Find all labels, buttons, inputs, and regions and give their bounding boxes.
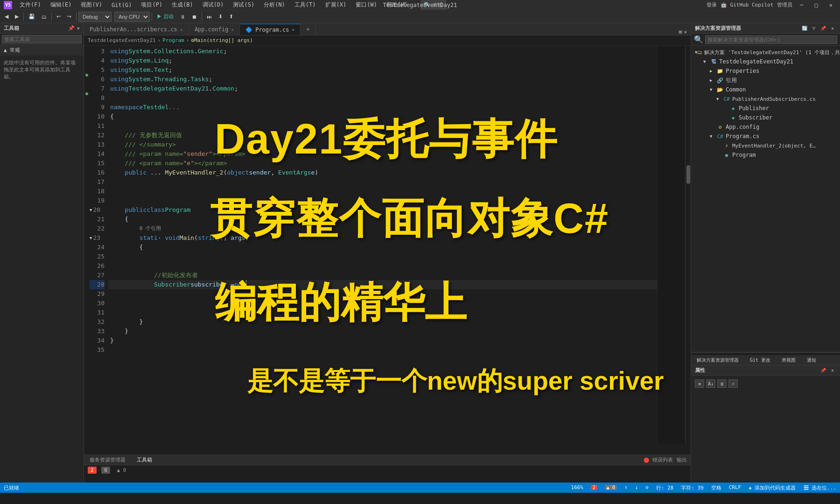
programcs-label: Program.cs (726, 133, 759, 140)
git-changes-tab[interactable]: Git 更改 (748, 357, 772, 364)
split-editor[interactable]: ⊞ (679, 29, 682, 35)
tab-toolbox-bottom[interactable]: 工具箱 (135, 456, 154, 463)
close-tab-appconfig[interactable]: ✕ (231, 27, 234, 32)
tab-appconfig[interactable]: App.config ✕ (189, 24, 240, 35)
menu-view[interactable]: 视图(V) (77, 0, 106, 10)
menu-window[interactable]: 窗口(W) (352, 0, 381, 10)
prop-properties[interactable]: ≣ (717, 379, 727, 388)
scroll-thumb[interactable] (686, 165, 690, 184)
tree-publisher-cs[interactable]: ▼ C# PublisherAndSubscribercs.cs (691, 94, 840, 104)
filter-icon[interactable]: ▽ (810, 25, 818, 32)
tree-appconfig[interactable]: ⚙ App.config (691, 122, 840, 132)
bottom-tabs: 服务资源管理器 工具箱 ⬤ 错误列表 输出 (84, 455, 691, 465)
tree-properties[interactable]: ▶ 📁 Properties (691, 66, 840, 76)
tree-programcs[interactable]: ▼ C# Program.cs (691, 132, 840, 141)
code-line-20: public class Program (108, 205, 657, 215)
tab-publisher[interactable]: PublisherAn...scribercs.cs ✕ (84, 24, 189, 35)
spaces-info[interactable]: 空格 (711, 484, 721, 491)
bottom-ready: ▲ 0 (117, 467, 126, 473)
menu-tools[interactable]: 工具(T) (291, 0, 320, 10)
stop-button[interactable]: ⏹ (189, 12, 200, 22)
breadcrumb-class[interactable]: Program (162, 37, 184, 43)
close-btn[interactable]: ✕ (826, 2, 836, 8)
close-solution-panel[interactable]: ✕ (829, 25, 836, 32)
error-list-tab[interactable]: ⬤ 错误列表 (644, 456, 673, 463)
tab-new[interactable]: + (301, 24, 315, 35)
tree-common[interactable]: ▼ 📂 Common (691, 85, 840, 94)
tree-publisher[interactable]: ◈ Publisher (691, 104, 840, 113)
code-line-6: using System.Threading.Tasks; (108, 75, 657, 84)
step-over[interactable]: ⏭ (204, 12, 215, 22)
debug-mode-dropdown[interactable]: Debug Release (78, 12, 112, 22)
cpu-dropdown[interactable]: Any CPU x64 x86 (114, 12, 150, 22)
menu-extensions[interactable]: 扩展(X) (322, 0, 350, 10)
menu-build[interactable]: 生成(B) (168, 0, 197, 10)
menu-file[interactable]: 文件(F) (16, 0, 45, 10)
sync-icon[interactable]: 🔄 (801, 25, 808, 32)
solution-search-input[interactable] (705, 35, 837, 44)
github-copilot[interactable]: 🤖 GitHub Copilot (721, 2, 773, 8)
tab-program[interactable]: 🔷 Program.cs ✕ (240, 24, 301, 35)
sol-exp-tab[interactable]: 解决方案资源管理器 (695, 357, 741, 364)
nav-filter[interactable]: ⊙ (645, 484, 649, 491)
menu-debug[interactable]: 调试(D) (199, 0, 228, 10)
output-tab[interactable]: 输出 (677, 456, 687, 463)
menu-bar: VS 文件(F) 编辑(E) 视图(V) Git(G) 项目(P) 生成(B) … (0, 0, 840, 10)
scroll-bar[interactable] (685, 46, 691, 444)
tree-subscriber[interactable]: ◈ Subscriber (691, 113, 840, 122)
tree-myeventhandler[interactable]: ⚡ MyEventHandler_2(object, EventArgs) : … (691, 141, 840, 150)
references-arrow: ▶ (710, 78, 716, 83)
error-indicator[interactable]: 2 (591, 484, 597, 491)
line-ending[interactable]: CRLF (729, 484, 742, 491)
warning-indicator[interactable]: ▲ 0 (605, 484, 617, 491)
prop-events[interactable]: ⚡ (728, 379, 738, 388)
menu-project[interactable]: 项目(P) (137, 0, 166, 10)
code-editor[interactable]: 3 4 5 6 7 8 9 10 11 12 13 14 15 16 (84, 46, 691, 455)
tree-solution-root[interactable]: ▼ 🗂 解决方案 'TestdelegateEventDay21' (1 个项目… (691, 48, 840, 57)
step-into[interactable]: ⬇ (216, 12, 225, 22)
code-lines[interactable]: using System.Collections.Generic; using … (108, 46, 657, 444)
menu-edit[interactable]: 编辑(E) (47, 0, 76, 10)
toolbox-close[interactable]: ✕ (77, 25, 80, 31)
menu-analyze[interactable]: 分析(N) (260, 0, 289, 10)
toolbar-back[interactable]: ◀ (2, 12, 11, 22)
run-button[interactable]: ▶ 启动 (154, 12, 176, 22)
close-tab-program[interactable]: ✕ (292, 27, 294, 32)
props-close[interactable]: ✕ (829, 367, 836, 374)
toolbar-forward[interactable]: ▶ (12, 12, 21, 22)
toolbar-save-all[interactable]: 🗂 (39, 12, 49, 22)
class-view-tab[interactable]: 类视图 (780, 357, 798, 364)
prop-alphabetical[interactable]: A↓ (706, 379, 715, 388)
toolbar-undo[interactable]: ↩ (54, 12, 63, 22)
breadcrumb-project[interactable]: TestdelegateEventDay21 (88, 37, 156, 43)
nav-up[interactable]: ↑ (624, 484, 628, 491)
tab-service-manager[interactable]: 服务资源管理器 (88, 456, 127, 463)
props-pin[interactable]: 📌 (819, 367, 827, 374)
breadcrumb-method[interactable]: ⚙Main(string[] args) (191, 37, 252, 43)
toolbar-redo[interactable]: ↪ (64, 12, 74, 22)
close-panel[interactable]: ✕ (684, 29, 687, 35)
close-tab-publisher[interactable]: ✕ (180, 27, 183, 32)
pin-icon[interactable]: 📌 (819, 25, 827, 32)
menu-git[interactable]: Git(G) (108, 1, 135, 9)
notifications-tab[interactable]: 通知 (805, 357, 818, 364)
nav-down[interactable]: ↓ (635, 484, 638, 491)
select-info[interactable]: ☰ 选在位... (804, 484, 837, 491)
tree-project[interactable]: ▼ 🏗 TestdelegateEventDay21 (691, 57, 840, 66)
pause-button[interactable]: ⏸ (177, 12, 188, 22)
toolbox-pin[interactable]: 📌 (68, 25, 75, 31)
zoom-level[interactable]: 166% (571, 484, 583, 491)
prop-categorize[interactable]: ≡ (695, 379, 704, 388)
tree-references[interactable]: ▶ 🔗 引用 (691, 76, 840, 85)
maximize-btn[interactable]: □ (811, 2, 822, 8)
menu-test[interactable]: 测试(S) (229, 0, 258, 10)
minimize-btn[interactable]: ─ (796, 2, 807, 8)
login-button[interactable]: 登录 (707, 1, 717, 8)
tree-program-class[interactable]: ◉ Program (691, 150, 840, 160)
toolbar-save[interactable]: 💾 (26, 12, 38, 22)
step-out[interactable]: ⬆ (226, 12, 236, 22)
class-icon: ◉ (723, 151, 730, 159)
toolbox-search-input[interactable] (2, 35, 82, 43)
toolbox-section[interactable]: ▲ 常规 (0, 45, 84, 56)
add-code-generator[interactable]: ✚ 添加到代码生成器 (749, 484, 796, 491)
